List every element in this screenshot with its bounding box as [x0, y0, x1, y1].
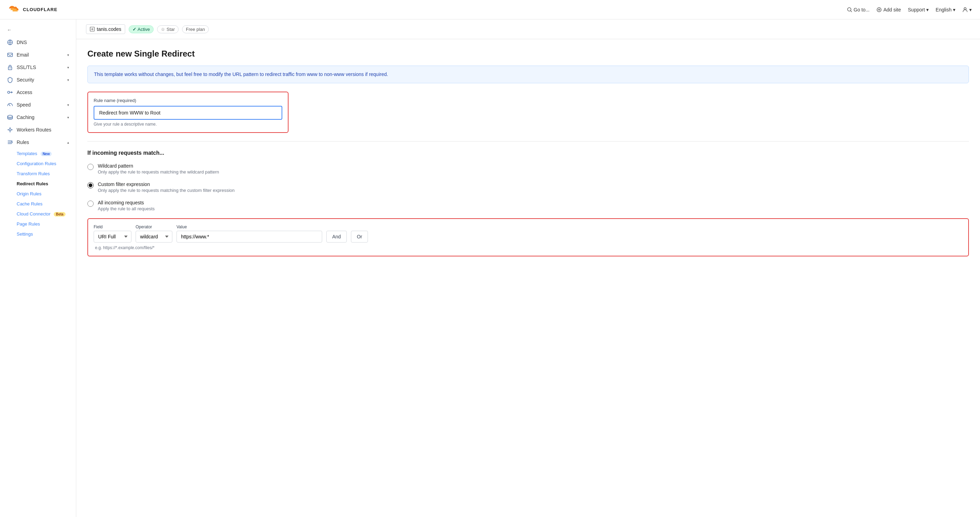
site-name-label: tanis.codes [97, 26, 121, 32]
and-button[interactable]: And [326, 231, 347, 243]
sidebar-item-speed[interactable]: Speed ▾ [0, 99, 76, 111]
custom-filter-radio[interactable] [88, 182, 94, 188]
svg-point-10 [11, 142, 13, 143]
nav-right-actions: Go to... Add site Support ▾ English ▾ ▾ [847, 7, 972, 13]
user-menu-button[interactable]: ▾ [963, 7, 972, 13]
language-button[interactable]: English ▾ [935, 7, 955, 13]
sidebar-item-dns-label: DNS [17, 40, 69, 45]
sidebar-item-configuration-rules[interactable]: Configuration Rules [17, 159, 76, 169]
sidebar: ← DNS Email ▾ SSL/TLS ▾ Security ▾ Ac [0, 19, 76, 517]
sidebar-item-origin-rules[interactable]: Origin Rules [17, 189, 76, 199]
svg-point-2 [964, 8, 966, 10]
sidebar-item-caching[interactable]: Caching ▾ [0, 111, 76, 123]
sidebar-item-ssl-tls-label: SSL/TLS [17, 65, 64, 70]
value-column: Value [177, 225, 322, 243]
custom-filter-option: Custom filter expression Only apply the … [88, 182, 969, 193]
field-column-label: Field [94, 225, 131, 229]
settings-label: Settings [17, 231, 33, 237]
operator-column: Operator wildcard equals contains starts… [135, 225, 172, 243]
sidebar-item-dns[interactable]: DNS [0, 36, 76, 49]
add-site-label: Add site [883, 7, 901, 13]
value-input[interactable] [177, 231, 322, 243]
operator-column-label: Operator [135, 225, 172, 229]
cache-rules-label: Cache Rules [17, 201, 42, 206]
or-button[interactable]: Or [351, 231, 368, 243]
info-banner: This template works without changes, but… [88, 65, 969, 83]
back-icon: ← [7, 27, 12, 33]
back-button[interactable]: ← [0, 24, 76, 36]
sidebar-item-settings[interactable]: Settings [17, 229, 76, 239]
all-requests-label: All incoming requests [98, 200, 155, 206]
svg-point-8 [8, 115, 13, 117]
sidebar-item-cloud-connector[interactable]: Cloud Connector Beta [17, 209, 76, 219]
sidebar-item-caching-label: Caching [17, 115, 64, 120]
custom-filter-desc: Only apply the rule to requests matching… [98, 188, 235, 193]
email-chevron-icon: ▾ [67, 53, 69, 57]
wildcard-label: Wildcard pattern [98, 163, 219, 169]
sidebar-item-workers-routes[interactable]: Workers Routes [0, 123, 76, 136]
configuration-rules-label: Configuration Rules [17, 161, 56, 166]
support-label: Support [908, 7, 925, 13]
sidebar-item-access-label: Access [17, 89, 69, 95]
add-site-button[interactable]: Add site [876, 7, 901, 13]
user-chevron-icon: ▾ [969, 7, 972, 13]
templates-label: Templates [17, 151, 37, 156]
support-chevron-icon: ▾ [926, 7, 929, 13]
all-requests-radio[interactable] [88, 201, 94, 207]
operator-select[interactable]: wildcard equals contains starts with end… [135, 231, 172, 243]
site-name-button[interactable]: tanis.codes [86, 24, 125, 34]
star-icon: ☆ [161, 27, 165, 32]
custom-filter-label: Custom filter expression [98, 182, 235, 187]
language-label: English [935, 7, 951, 13]
support-button[interactable]: Support ▾ [908, 7, 929, 13]
svg-point-6 [10, 68, 10, 69]
origin-rules-label: Origin Rules [17, 191, 41, 196]
app-layout: ← DNS Email ▾ SSL/TLS ▾ Security ▾ Ac [0, 19, 980, 517]
field-select[interactable]: URI Full URI URI Path URI Query Hostname [94, 231, 131, 243]
sidebar-item-templates[interactable]: Templates New [17, 148, 76, 159]
sidebar-item-rules[interactable]: Rules ▴ [0, 136, 76, 148]
rule-name-hint: Give your rule a descriptive name. [94, 122, 282, 127]
plan-button[interactable]: Free plan [182, 26, 209, 33]
rule-name-field-label: Rule name (required) [94, 98, 282, 103]
rule-name-section: Rule name (required) Give your rule a de… [88, 92, 288, 133]
section-divider [88, 141, 969, 142]
field-column: Field URI Full URI URI Path URI Query Ho… [94, 225, 131, 243]
sidebar-item-security[interactable]: Security ▾ [0, 73, 76, 86]
sidebar-item-page-rules[interactable]: Page Rules [17, 219, 76, 229]
sidebar-item-email[interactable]: Email ▾ [0, 49, 76, 61]
star-button[interactable]: ☆ Star [157, 26, 178, 33]
sidebar-item-cache-rules[interactable]: Cache Rules [17, 199, 76, 209]
rule-name-input[interactable] [94, 106, 282, 120]
all-requests-option-content: All incoming requests Apply the rule to … [98, 200, 155, 211]
main-content: tanis.codes Active ☆ Star Free plan Crea… [76, 19, 980, 517]
rules-submenu: Templates New Configuration Rules Transf… [0, 148, 76, 239]
filter-row: Field URI Full URI URI Path URI Query Ho… [94, 225, 963, 243]
sidebar-item-transform-rules[interactable]: Transform Rules [17, 169, 76, 179]
site-header: tanis.codes Active ☆ Star Free plan [76, 19, 980, 39]
sidebar-item-speed-label: Speed [17, 102, 64, 108]
brand-logo[interactable]: CLOUDFLARE [8, 6, 57, 14]
speed-chevron-icon: ▾ [67, 103, 69, 107]
page-rules-label: Page Rules [17, 221, 40, 227]
svg-point-7 [8, 91, 10, 93]
ssl-tls-chevron-icon: ▾ [67, 65, 69, 69]
filter-hint: e.g. https://*.example.com/files/* [95, 245, 963, 250]
custom-filter-option-content: Custom filter expression Only apply the … [98, 182, 235, 193]
transform-rules-label: Transform Rules [17, 171, 50, 176]
page-body: Create new Single Redirect This template… [76, 39, 980, 266]
sidebar-item-email-label: Email [17, 52, 64, 57]
svg-rect-4 [8, 53, 13, 57]
wildcard-radio[interactable] [88, 164, 94, 170]
sidebar-item-workers-routes-label: Workers Routes [17, 127, 69, 132]
caching-chevron-icon: ▾ [67, 115, 69, 120]
svg-point-9 [9, 129, 11, 131]
wildcard-option-content: Wildcard pattern Only apply the rule to … [98, 163, 219, 174]
wildcard-desc: Only apply the rule to requests matching… [98, 169, 219, 174]
sidebar-item-redirect-rules[interactable]: Redirect Rules [17, 179, 76, 189]
sidebar-item-access[interactable]: Access [0, 86, 76, 99]
redirect-rules-label: Redirect Rules [17, 181, 48, 186]
sidebar-item-ssl-tls[interactable]: SSL/TLS ▾ [0, 61, 76, 73]
cloud-connector-label: Cloud Connector [17, 211, 51, 217]
goto-button[interactable]: Go to... [847, 7, 870, 13]
